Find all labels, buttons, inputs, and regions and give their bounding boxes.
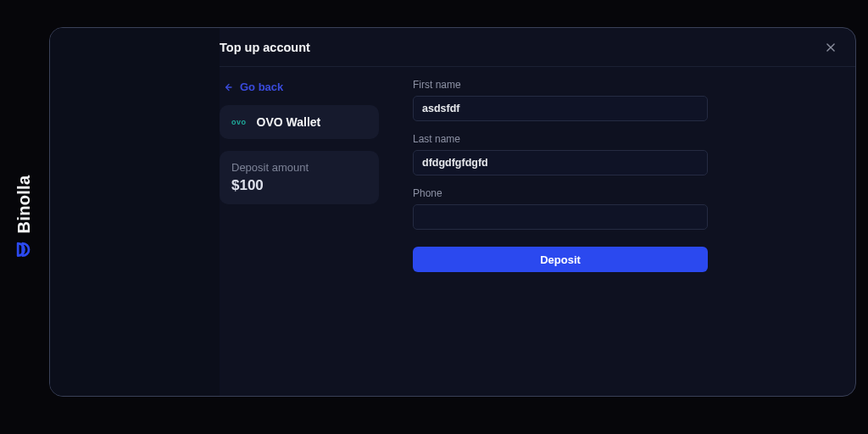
phone-input[interactable]	[413, 204, 708, 230]
modal-title: Top up account	[220, 41, 310, 54]
arrow-left-icon	[223, 82, 233, 92]
brand-name: Binolla	[14, 175, 34, 234]
last-name-label: Last name	[413, 133, 709, 145]
last-name-input[interactable]	[413, 150, 708, 175]
go-back-label: Go back	[240, 81, 283, 93]
phone-label: Phone	[413, 187, 709, 199]
deposit-button[interactable]: Deposit	[413, 247, 708, 272]
close-button[interactable]	[821, 38, 840, 57]
payment-method-name: OVO Wallet	[257, 115, 321, 129]
topup-modal: Top up account Go back ovo OVO Wallet De…	[49, 27, 856, 397]
deposit-amount-label: Deposit amount	[231, 161, 367, 174]
modal-left-rail	[50, 28, 220, 396]
first-name-field-group: First name	[413, 79, 709, 121]
brand-logo-icon	[14, 240, 33, 259]
modal-body: Go back ovo OVO Wallet Deposit amount $1…	[220, 67, 855, 396]
modal-left-column: Go back ovo OVO Wallet Deposit amount $1…	[220, 67, 379, 396]
payment-method-card[interactable]: ovo OVO Wallet	[220, 105, 379, 139]
phone-field-group: Phone	[413, 187, 709, 230]
last-name-field-group: Last name	[413, 133, 709, 175]
modal-content: Top up account Go back ovo OVO Wallet De…	[220, 28, 855, 396]
brand: Binolla	[14, 175, 34, 259]
first-name-label: First name	[413, 79, 709, 91]
first-name-input[interactable]	[413, 96, 708, 121]
modal-form: First name Last name Phone Deposit	[379, 67, 709, 396]
close-icon	[825, 42, 837, 53]
go-back-link[interactable]: Go back	[220, 81, 379, 105]
modal-header: Top up account	[220, 28, 855, 67]
deposit-amount-card: Deposit amount $100	[220, 151, 379, 204]
deposit-amount-value: $100	[231, 177, 367, 194]
ovo-icon: ovo	[231, 118, 247, 126]
